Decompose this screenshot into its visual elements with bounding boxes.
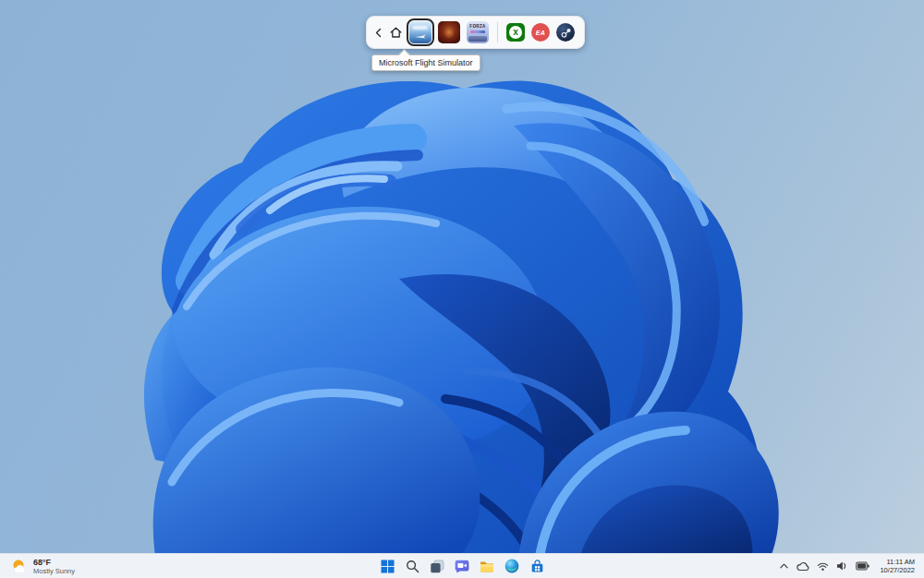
- steam-icon[interactable]: [556, 23, 575, 42]
- ea-label: EA: [536, 30, 545, 36]
- battery-icon[interactable]: [853, 555, 872, 577]
- home-icon[interactable]: [389, 26, 403, 39]
- file-explorer-icon: [480, 560, 494, 572]
- system-tray: 11:11 AM 10/27/2022: [776, 554, 920, 578]
- msfs-plane-art: [414, 33, 427, 40]
- edge-icon: [505, 559, 519, 573]
- task-view-icon: [430, 560, 444, 573]
- game-launcher-bar: FORZA x EA: [366, 16, 585, 49]
- desktop: FORZA x EA Microsoft Flight Simulator: [0, 0, 924, 578]
- xbox-icon[interactable]: x: [506, 23, 525, 42]
- start-icon: [381, 560, 395, 573]
- back-chevron-icon[interactable]: [374, 28, 383, 38]
- file-explorer-button[interactable]: [476, 555, 498, 577]
- microsoft-store-button[interactable]: [526, 555, 548, 577]
- weather-text: 68°F Mostly Sunny: [33, 558, 75, 575]
- forza-ground-art: [468, 36, 487, 42]
- search-icon: [406, 560, 419, 573]
- chat-icon: [455, 560, 469, 573]
- steam-logo-art: [559, 26, 572, 39]
- volume-icon[interactable]: [833, 555, 851, 577]
- weather-sun-cloud-icon: [11, 559, 29, 574]
- forza-icon[interactable]: FORZA: [467, 21, 489, 43]
- task-view-button[interactable]: [426, 555, 448, 577]
- microsoft-flight-simulator-icon[interactable]: [409, 21, 432, 43]
- taskbar-center-icons: [376, 554, 548, 578]
- tooltip: Microsoft Flight Simulator: [371, 54, 480, 71]
- taskbar: 68°F Mostly Sunny: [0, 553, 924, 578]
- start-button[interactable]: [376, 555, 398, 577]
- game-bar-separator: [497, 22, 498, 42]
- hidden-icons-chevron-icon[interactable]: [776, 555, 792, 577]
- microsoft-store-icon: [530, 560, 544, 573]
- weather-temperature: 68°F: [33, 558, 75, 567]
- edge-button[interactable]: [501, 555, 523, 577]
- clock-time: 11:11 AM: [886, 558, 915, 567]
- search-button[interactable]: [401, 555, 423, 577]
- clock-date: 10/27/2022: [880, 566, 915, 575]
- bloom-wallpaper: [0, 0, 924, 578]
- forza-streak-art: [470, 30, 485, 33]
- onedrive-icon[interactable]: [794, 555, 812, 577]
- game-tile-red-art: [444, 27, 454, 38]
- msfs-cloud-art: [412, 26, 428, 30]
- weather-condition: Mostly Sunny: [33, 567, 75, 575]
- wifi-icon[interactable]: [814, 555, 832, 577]
- game-tile-red-icon[interactable]: [438, 21, 460, 43]
- xbox-sphere-art: x: [509, 26, 522, 39]
- clock[interactable]: 11:11 AM 10/27/2022: [874, 558, 920, 575]
- ea-app-icon[interactable]: EA: [531, 23, 550, 42]
- chat-button[interactable]: [451, 555, 473, 577]
- forza-label: FORZA: [469, 24, 486, 29]
- weather-widget[interactable]: 68°F Mostly Sunny: [6, 554, 80, 578]
